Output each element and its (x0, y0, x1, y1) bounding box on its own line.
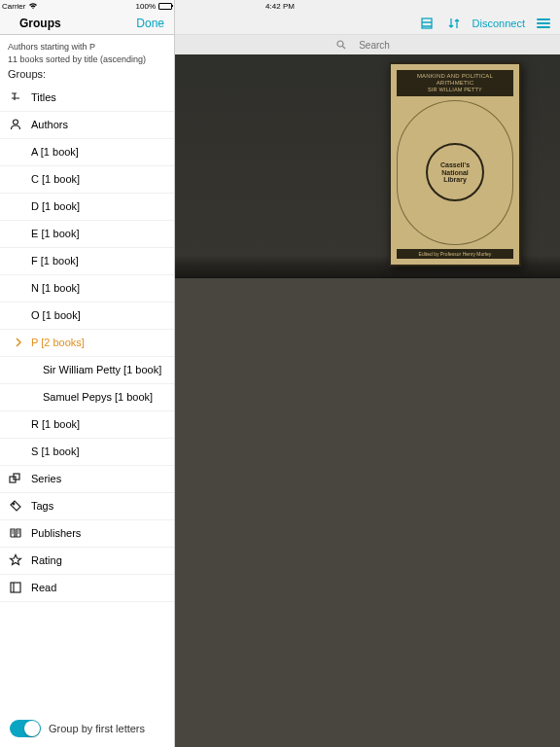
group-tags[interactable]: Tags (0, 493, 174, 520)
group-label: Rating (31, 554, 62, 566)
group-label: Tags (31, 500, 53, 512)
letter-label: A [1 book] (31, 146, 79, 158)
titles-icon (8, 89, 23, 105)
book-author: Sir William Petty (397, 87, 513, 93)
author-letter[interactable]: R [1 book] (0, 411, 174, 439)
author-letter[interactable]: F [1 book] (0, 248, 174, 275)
author-item[interactable]: Sir William Petty [1 book] (0, 357, 174, 384)
search-bar[interactable] (175, 35, 560, 54)
book-ornament: Cassell's National Library (397, 100, 513, 245)
search-input[interactable] (350, 40, 399, 51)
groups-label: Groups: (8, 67, 166, 82)
disconnect-button[interactable]: Disconnect (472, 18, 525, 29)
author-letter[interactable]: C [1 book] (0, 166, 174, 194)
book-cover[interactable]: Mankind and Political Arithmetic Sir Wil… (389, 62, 521, 267)
bookshelf: Mankind and Political Arithmetic Sir Wil… (175, 54, 560, 747)
sidebar-list: Titles Authors A [1 book] C [1 book] D [… (0, 85, 174, 602)
author-label: Samuel Pepys [1 book] (43, 391, 153, 403)
authors-icon (8, 117, 23, 132)
sort-icon[interactable] (445, 15, 463, 32)
toolbar: Disconnect (175, 12, 560, 35)
tags-icon (8, 498, 23, 514)
book-title-band: Mankind and Political Arithmetic Sir Wil… (397, 70, 513, 96)
letter-label: R [1 book] (31, 418, 80, 430)
sidebar: Carrier 100% Groups Done Authors startin… (0, 0, 175, 747)
battery-icon (158, 3, 172, 10)
count-line: 11 books sorted by title (ascending) (8, 53, 166, 66)
svg-point-3 (13, 503, 15, 505)
author-letter[interactable]: N [1 book] (0, 275, 174, 302)
svg-point-6 (337, 41, 343, 47)
series-line: Cassell's (440, 161, 470, 169)
shelf-background (175, 278, 560, 747)
letter-label: D [1 book] (31, 200, 80, 212)
letter-label: N [1 book] (31, 282, 80, 294)
group-label: Publishers (31, 527, 81, 539)
group-label: Read (31, 582, 56, 593)
group-rating[interactable]: Rating (0, 548, 174, 575)
group-series[interactable]: Series (0, 466, 174, 493)
letter-label: F [1 book] (31, 255, 79, 267)
letter-label: P [2 books] (31, 337, 85, 348)
toggle-label: Group by first letters (49, 723, 145, 734)
author-letter[interactable]: S [1 book] (0, 439, 174, 466)
sidebar-info: Authors starting with P 11 books sorted … (0, 35, 174, 85)
book-editor: Edited by Professor Henry Morley (397, 249, 513, 259)
series-line: Library (443, 176, 467, 184)
wifi-icon (28, 2, 38, 10)
group-titles[interactable]: Titles (0, 85, 174, 112)
group-label: Series (31, 473, 61, 484)
publishers-icon (8, 525, 23, 541)
list-view-icon[interactable] (418, 15, 436, 32)
group-by-letters-toggle[interactable] (10, 720, 41, 737)
author-letter-active[interactable]: P [2 books] (0, 330, 174, 357)
sidebar-header: Groups Done (0, 12, 174, 35)
letter-label: C [1 book] (31, 173, 80, 185)
sidebar-footer: Group by first letters (0, 710, 174, 747)
group-authors[interactable]: Authors (0, 112, 174, 139)
series-icon (8, 471, 23, 486)
group-publishers[interactable]: Publishers (0, 520, 174, 548)
done-button[interactable]: Done (136, 17, 164, 30)
author-letter[interactable]: O [1 book] (0, 302, 174, 330)
battery-percent: 100% (136, 2, 156, 11)
chevron-right-icon (14, 338, 23, 347)
main-area: 4:42 PM Disconnect Mankind and Political… (175, 0, 560, 747)
status-bar: Carrier 100% (0, 0, 174, 12)
letter-label: O [1 book] (31, 309, 81, 321)
author-letter[interactable]: A [1 book] (0, 139, 174, 166)
read-icon (8, 580, 23, 595)
group-label: Titles (31, 91, 56, 103)
group-read[interactable]: Read (0, 575, 174, 602)
status-bar-right: 4:42 PM (175, 0, 560, 12)
svg-point-0 (14, 120, 18, 124)
book-title-line2: Arithmetic (397, 80, 513, 87)
letter-label: E [1 book] (31, 228, 80, 239)
sidebar-title: Groups (19, 17, 61, 30)
carrier-label: Carrier (2, 2, 25, 11)
letter-label: S [1 book] (31, 445, 80, 457)
book-title-line1: Mankind and Political (397, 73, 513, 80)
svg-rect-4 (11, 583, 20, 592)
status-time: 4:42 PM (265, 2, 295, 11)
rating-icon (8, 552, 23, 568)
group-label: Authors (31, 119, 68, 130)
author-item[interactable]: Samuel Pepys [1 book] (0, 384, 174, 411)
author-letter[interactable]: D [1 book] (0, 194, 174, 221)
author-letter[interactable]: E [1 book] (0, 221, 174, 248)
search-icon (336, 40, 346, 50)
author-label: Sir William Petty [1 book] (43, 364, 161, 375)
series-line: National (441, 169, 469, 177)
menu-icon[interactable] (535, 15, 552, 32)
filter-line: Authors starting with P (8, 41, 166, 53)
